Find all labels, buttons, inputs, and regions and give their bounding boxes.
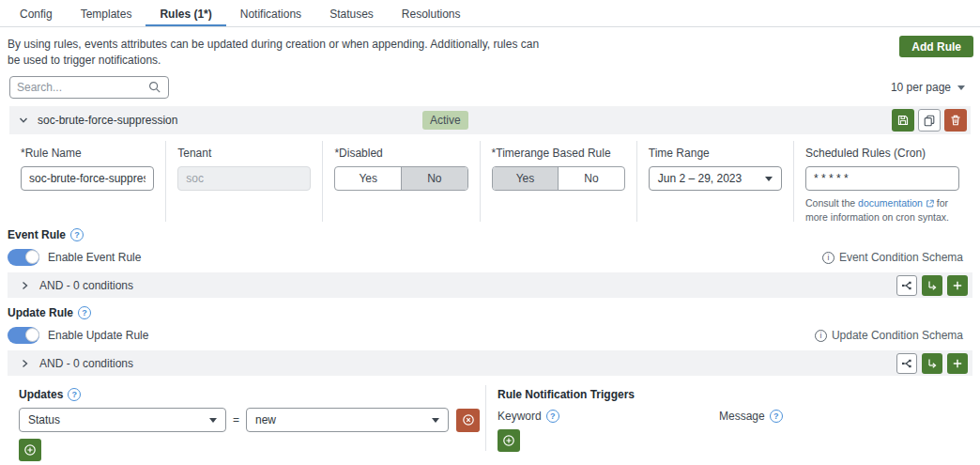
rule-name-label: *Rule Name [21, 147, 154, 160]
info-icon: i [822, 252, 835, 264]
chevron-right-icon [21, 359, 29, 368]
timerange-toggle-group: Yes No [492, 166, 625, 191]
rule-name-input[interactable] [21, 166, 154, 191]
add-keyword-trigger-button[interactable] [498, 429, 520, 452]
update-rule-toggle-row: Enable Update Rule i Update Condition Sc… [8, 327, 972, 344]
disabled-no-button[interactable]: No [401, 167, 467, 190]
help-icon[interactable]: ? [68, 388, 81, 401]
event-condition-schema-link[interactable]: i Event Condition Schema [822, 251, 963, 264]
update-condition-group-bar[interactable]: AND - 0 conditions [8, 350, 972, 376]
timerange-label: *Timerange Based Rule [492, 147, 625, 160]
timerange-yes-button[interactable]: Yes [493, 167, 559, 190]
field-time-range: Time Range Jun 2 – 29, 2023 [636, 141, 793, 222]
caret-down-icon [432, 418, 439, 423]
tab-templates[interactable]: Templates [67, 0, 146, 26]
chevron-right-icon [21, 281, 29, 290]
update-rule-title-row: Update Rule ? [8, 306, 972, 319]
update-field-select[interactable]: Status [19, 408, 226, 432]
save-rule-button[interactable] [892, 109, 914, 132]
add-subgroup-button[interactable] [922, 275, 942, 296]
event-condition-group-bar[interactable]: AND - 0 conditions [8, 272, 972, 298]
message-label-row: Message ? [719, 410, 783, 423]
event-condition-schema-label: Event Condition Schema [839, 251, 963, 264]
tab-statuses[interactable]: Statuses [315, 0, 388, 26]
search-input[interactable] [17, 81, 148, 94]
update-condition-schema-link[interactable]: i Update Condition Schema [815, 329, 963, 342]
keyword-label-row: Keyword ? [498, 410, 719, 423]
rule-header-row[interactable]: soc-brute-force-suppression Active [9, 106, 971, 134]
tenant-label: Tenant [177, 147, 311, 160]
per-page-select[interactable]: 10 per page [891, 81, 965, 94]
cron-help-prefix: Consult the [805, 197, 858, 209]
add-condition-button[interactable] [947, 353, 968, 374]
disabled-yes-button[interactable]: Yes [335, 167, 401, 190]
caret-down-icon [765, 177, 773, 181]
cron-input[interactable] [805, 166, 959, 191]
time-range-select[interactable]: Jun 2 – 29, 2023 [649, 166, 782, 191]
plus-icon [952, 280, 963, 291]
help-icon[interactable]: ? [770, 410, 783, 423]
help-icon[interactable]: ? [78, 306, 91, 319]
add-subgroup-button[interactable] [922, 353, 942, 374]
keyword-column: Keyword ? [498, 410, 719, 452]
info-icon: i [815, 330, 827, 342]
toggle-knob [25, 328, 39, 342]
tab-resolutions[interactable]: Resolutions [388, 0, 475, 26]
disabled-label: *Disabled [334, 147, 467, 160]
tab-config[interactable]: Config [6, 0, 67, 26]
update-value-select[interactable]: new [246, 408, 449, 432]
time-range-label: Time Range [649, 147, 782, 160]
trigger-columns: Keyword ? Message ? [498, 410, 972, 452]
condition-group-actions [896, 275, 968, 296]
add-circle-icon [23, 443, 37, 457]
chevron-down-icon [19, 116, 28, 125]
field-tenant: Tenant [165, 141, 322, 222]
documentation-link[interactable]: documentation [858, 197, 934, 209]
message-column: Message ? [719, 410, 783, 452]
add-update-button[interactable] [19, 439, 41, 461]
enable-event-rule-toggle[interactable] [8, 249, 39, 266]
enable-update-rule-toggle[interactable] [8, 327, 39, 344]
help-icon[interactable]: ? [70, 228, 84, 241]
tab-rules[interactable]: Rules (1*) [145, 0, 225, 26]
update-rule-title: Update Rule [8, 306, 73, 319]
copy-icon [923, 114, 936, 127]
help-icon[interactable]: ? [546, 410, 559, 423]
search-box [9, 76, 169, 99]
rule-form: *Rule Name Tenant *Disabled Yes No *Time… [9, 141, 971, 222]
add-circle-icon [502, 434, 515, 447]
cron-help-text: Consult the documentation for more infor… [805, 196, 959, 225]
equals-sign: = [233, 413, 239, 426]
field-disabled: *Disabled Yes No [322, 141, 479, 222]
branch-nodes-icon [901, 280, 912, 291]
caret-down-icon [957, 85, 965, 90]
update-value-value: new [255, 413, 276, 426]
cron-label: Scheduled Rules (Cron) [805, 147, 959, 160]
timerange-no-button[interactable]: No [558, 167, 624, 190]
add-condition-button[interactable] [947, 275, 968, 296]
condition-group-actions [896, 353, 968, 374]
duplicate-rule-button[interactable] [918, 109, 941, 132]
add-rule-button[interactable]: Add Rule [899, 36, 973, 57]
rules-page: Config Templates Rules (1*) Notification… [0, 0, 980, 465]
tree-branch-icon [926, 280, 938, 291]
search-icon [148, 81, 161, 94]
save-icon [896, 114, 910, 127]
condition-group-label: AND - 0 conditions [39, 357, 133, 370]
add-condition-group-button[interactable] [896, 275, 917, 296]
field-cron: Scheduled Rules (Cron) Consult the docum… [793, 141, 971, 222]
enable-event-rule-label: Enable Event Rule [48, 251, 141, 264]
remove-update-button[interactable] [456, 409, 480, 432]
plus-icon [952, 358, 963, 369]
notification-triggers-title: Rule Notification Triggers [498, 388, 972, 401]
trash-icon [949, 114, 962, 127]
delete-rule-button[interactable] [944, 109, 967, 132]
tenant-input [177, 166, 311, 191]
remove-circle-icon [462, 413, 475, 426]
add-condition-group-button[interactable] [896, 353, 917, 374]
event-rule-toggle-row: Enable Event Rule i Event Condition Sche… [8, 249, 972, 266]
disabled-toggle-group: Yes No [334, 166, 467, 191]
tab-notifications[interactable]: Notifications [226, 0, 315, 26]
description-line-2: be used to trigger notifications. [8, 53, 627, 69]
description-line-1: By using rules, events attributes can be… [8, 37, 627, 53]
